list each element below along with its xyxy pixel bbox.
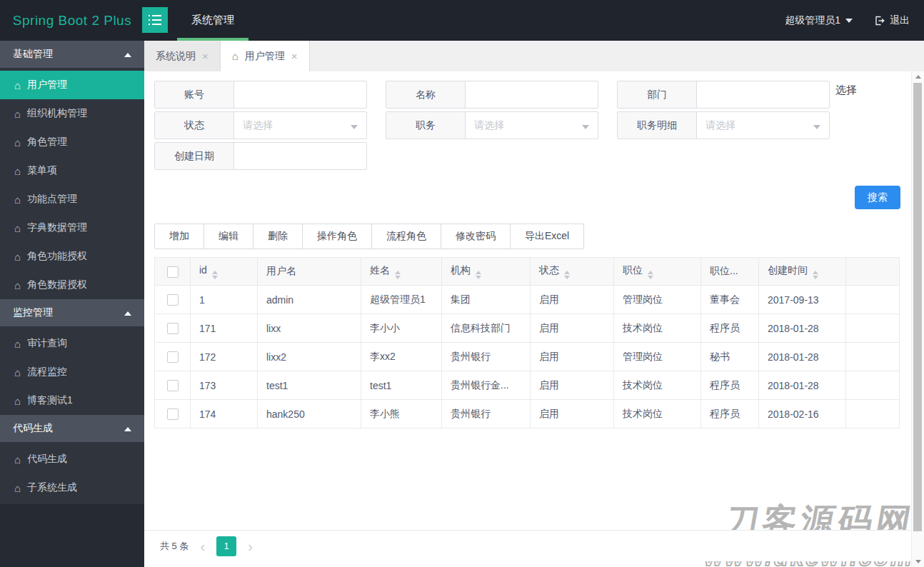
column-header-position-detail[interactable]: 职位... xyxy=(701,258,759,286)
account-field-group: 账号 xyxy=(154,81,367,109)
account-label: 账号 xyxy=(155,81,234,108)
create-date-input[interactable] xyxy=(243,150,358,163)
table-row[interactable]: 172 lixx2 李xx2 贵州银行 启用 管理岗位 秘书 2018-01-2… xyxy=(155,343,900,371)
operate-role-button[interactable]: 操作角色 xyxy=(302,224,372,249)
account-input[interactable] xyxy=(243,89,358,101)
logout-icon xyxy=(874,15,885,26)
dept-label: 部门 xyxy=(618,81,697,108)
sort-icon xyxy=(476,271,481,279)
change-password-button[interactable]: 修改密码 xyxy=(441,224,511,249)
table-row[interactable]: 171 lixx 李小小 信息科技部门 启用 技术岗位 程序员 2018-01-… xyxy=(155,314,900,343)
user-management-panel: 账号 名称 部门 状态 请选择 职务 请选择 xyxy=(144,71,924,567)
sidebar-item-menu[interactable]: ⌂ 菜单项 xyxy=(0,156,144,185)
nav-item-system-management[interactable]: 系统管理 xyxy=(177,0,248,41)
sidebar-section-basic-management[interactable]: 基础管理 xyxy=(0,41,144,68)
sort-icon xyxy=(564,271,570,279)
choose-dept-link[interactable]: 选择 xyxy=(835,84,857,97)
home-icon: ⌂ xyxy=(14,338,21,349)
column-header-username[interactable]: 用户名 xyxy=(258,258,361,286)
chevron-down-icon xyxy=(582,125,589,133)
close-icon[interactable]: × xyxy=(291,50,298,62)
row-checkbox[interactable] xyxy=(167,408,179,420)
vertical-scrollbar[interactable] xyxy=(911,71,924,567)
name-input[interactable] xyxy=(474,89,589,101)
column-header-status[interactable]: 状态 xyxy=(531,258,614,286)
logout-button[interactable]: 退出 xyxy=(874,14,910,27)
home-icon: ⌂ xyxy=(14,280,21,291)
table-row[interactable]: 173 test1 test1 贵州银行金... 启用 技术岗位 程序员 201… xyxy=(155,371,900,400)
duty-detail-select[interactable]: 请选择 xyxy=(697,112,829,139)
chevron-up-icon xyxy=(124,49,131,57)
table-toolbar: 增加 编辑 删除 操作角色 流程角色 修改密码 导出Excel xyxy=(154,224,584,249)
dept-field-group: 部门 xyxy=(617,81,830,109)
name-field-group: 名称 xyxy=(386,81,598,109)
add-button[interactable]: 增加 xyxy=(154,224,204,249)
close-icon[interactable]: × xyxy=(202,50,209,62)
prev-page-button[interactable]: ‹ xyxy=(197,539,208,553)
sidebar-item-organization[interactable]: ⌂ 组织机构管理 xyxy=(0,99,144,128)
row-checkbox[interactable] xyxy=(167,351,179,363)
duty-detail-label: 职务明细 xyxy=(618,112,697,139)
sidebar-item-role-function-auth[interactable]: ⌂ 角色功能授权 xyxy=(0,242,144,271)
edit-button[interactable]: 编辑 xyxy=(204,224,253,249)
tab-system-description[interactable]: 系统说明 × xyxy=(144,41,221,71)
sidebar-item-role-data-auth[interactable]: ⌂ 角色数据授权 xyxy=(0,271,144,299)
chevron-down-icon xyxy=(813,125,820,133)
tab-bar: 系统说明 × ⌂ 用户管理 × xyxy=(144,41,924,71)
export-excel-button[interactable]: 导出Excel xyxy=(510,224,584,249)
scroll-down-arrow[interactable] xyxy=(912,556,924,567)
table-row[interactable]: 174 hank250 李小熊 贵州银行 启用 技术岗位 程序员 2018-02… xyxy=(155,400,900,428)
home-icon: ⌂ xyxy=(14,396,21,406)
duty-select[interactable]: 请选择 xyxy=(466,112,598,139)
sidebar-item-blog-test[interactable]: ⌂ 博客测试1 xyxy=(0,386,144,415)
sidebar-item-users[interactable]: ⌂ 用户管理 xyxy=(0,71,144,99)
dept-input[interactable] xyxy=(705,89,820,101)
row-checkbox[interactable] xyxy=(167,294,179,306)
column-header-fullname[interactable]: 姓名 xyxy=(361,258,442,286)
sidebar-item-audit-query[interactable]: ⌂ 审计查询 xyxy=(0,329,144,358)
sidebar-footer xyxy=(0,504,144,567)
select-all-checkbox[interactable] xyxy=(167,266,179,278)
chevron-up-icon xyxy=(124,308,131,316)
sidebar-section-code-generation[interactable]: 代码生成 xyxy=(0,415,144,442)
table-row[interactable]: 1 admin 超级管理员1 集团 启用 管理岗位 董事会 2017-09-13 xyxy=(155,286,900,314)
row-checkbox[interactable] xyxy=(167,380,179,391)
home-icon: ⌂ xyxy=(14,109,21,119)
home-icon: ⌂ xyxy=(14,80,21,91)
row-checkbox[interactable] xyxy=(167,323,179,334)
create-date-label: 创建日期 xyxy=(155,143,234,169)
home-icon: ⌂ xyxy=(14,137,21,148)
chevron-down-icon xyxy=(845,19,853,26)
sidebar-item-function-points[interactable]: ⌂ 功能点管理 xyxy=(0,185,144,214)
next-page-button[interactable]: › xyxy=(245,539,256,553)
sidebar-item-subsystem-generation[interactable]: ⌂ 子系统生成 xyxy=(0,473,144,502)
sidebar-section-monitoring[interactable]: 监控管理 xyxy=(0,299,144,326)
create-date-field-group: 创建日期 xyxy=(154,142,367,170)
sort-icon xyxy=(395,271,401,279)
delete-button[interactable]: 删除 xyxy=(253,224,303,249)
app-logo: Spring Boot 2 Plus xyxy=(0,0,144,41)
sidebar-item-code-generation[interactable]: ⌂ 代码生成 xyxy=(0,445,144,473)
column-header-organization[interactable]: 机构 xyxy=(442,258,531,286)
user-dropdown[interactable]: 超级管理员1 xyxy=(785,14,853,27)
sidebar-item-process-monitor[interactable]: ⌂ 流程监控 xyxy=(0,358,144,386)
scroll-up-arrow[interactable] xyxy=(912,71,924,82)
column-header-position[interactable]: 职位 xyxy=(614,258,701,286)
search-button[interactable]: 搜索 xyxy=(855,186,900,209)
page-1-button[interactable]: 1 xyxy=(216,536,236,556)
home-icon: ⌂ xyxy=(14,483,21,493)
scrollbar-thumb[interactable] xyxy=(913,83,922,531)
chevron-down-icon xyxy=(351,125,358,133)
duty-detail-field-group: 职务明细 请选择 xyxy=(617,111,830,139)
sidebar-toggle-button[interactable] xyxy=(142,7,168,33)
sort-icon xyxy=(212,271,218,279)
column-header-id[interactable]: id xyxy=(191,258,258,286)
process-role-button[interactable]: 流程角色 xyxy=(371,224,441,249)
column-header-create-time[interactable]: 创建时间 xyxy=(759,258,846,286)
sort-icon xyxy=(813,271,818,279)
sidebar-item-roles[interactable]: ⌂ 角色管理 xyxy=(0,128,144,156)
tab-user-management[interactable]: ⌂ 用户管理 × xyxy=(221,41,310,71)
sidebar-item-dictionary-data[interactable]: ⌂ 字典数据管理 xyxy=(0,214,144,242)
status-select[interactable]: 请选择 xyxy=(234,112,366,139)
duty-label: 职务 xyxy=(386,112,466,139)
